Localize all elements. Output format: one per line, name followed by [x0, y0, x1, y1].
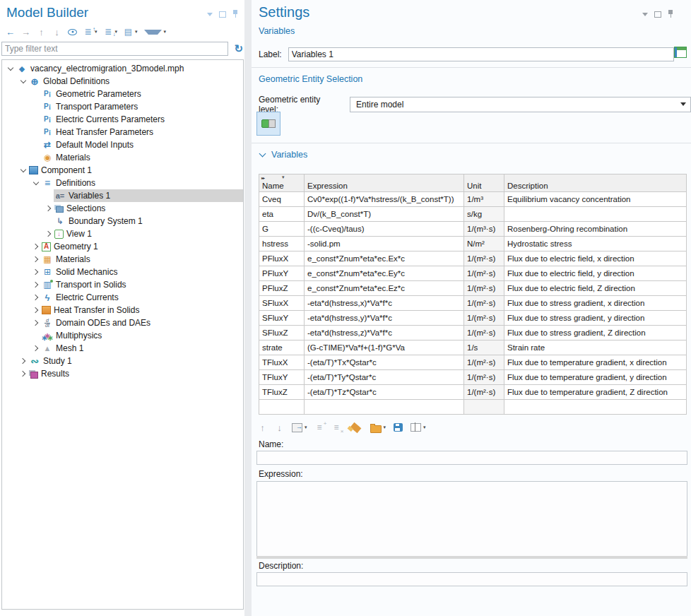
cell-expression[interactable]: -solid.pm [305, 237, 464, 251]
show-icon[interactable] [68, 29, 77, 35]
cell-description[interactable]: Flux due to temperature gradient, Z dire… [504, 385, 687, 400]
cell-expression[interactable]: -(eta/T)*Tx*Qstar*c [305, 355, 464, 370]
cell-unit[interactable]: 1/(m²·s) [464, 296, 504, 311]
expand-chevron-icon[interactable] [32, 293, 41, 302]
cell-description[interactable]: Flux due to temperature gradient, y dire… [504, 370, 687, 385]
tree-item-domain-odes-and-daes[interactable]: Domain ODEs and DAEs [2, 316, 243, 329]
tree-item-component-1[interactable]: Component 1 [2, 164, 243, 177]
cell-unit[interactable]: 1/(m²·s) [464, 281, 504, 296]
refresh-icon[interactable]: ↻ [234, 42, 243, 55]
tree-item-selections[interactable]: Selections [2, 202, 243, 215]
collapse-chevron-icon[interactable] [19, 77, 28, 86]
filter-tree-icon[interactable] [144, 30, 162, 35]
tree-item-boundary-system-1[interactable]: ↳Boundary System 1 [2, 215, 243, 227]
cell-unit[interactable]: 1/(m²·s) [464, 251, 504, 266]
cell-unit[interactable]: 1/(m²·s) [464, 355, 504, 370]
cell-description[interactable]: Flux due to stress gradient, x direction [504, 296, 687, 311]
collapse-all-icon[interactable]: ≣ [104, 27, 113, 37]
row-down-icon[interactable]: ↓ [275, 422, 284, 432]
edit-columns-icon[interactable] [411, 423, 421, 432]
cell-name[interactable]: PFluxX [259, 251, 305, 266]
cell-name[interactable]: G [259, 222, 305, 237]
tree-item-mesh-1[interactable]: ▲Mesh 1 [2, 342, 243, 355]
cell-description[interactable] [504, 207, 687, 222]
cell-expression[interactable]: Dv/(k_B_const*T) [305, 207, 464, 222]
tree-item-solid-mechanics[interactable]: ⊞Solid Mechanics [2, 266, 243, 278]
tree-item-transport-parameters[interactable]: P¡Transport Parameters [2, 100, 243, 113]
column-header-description[interactable]: Description [504, 174, 687, 192]
dropdown-arrow-icon[interactable]: ▾ [305, 425, 307, 430]
delete-row-icon[interactable]: ≡ [332, 422, 341, 432]
tree-item-materials-global[interactable]: ◉Materials [2, 151, 243, 164]
cell-unit[interactable]: 1/(m²·s) [464, 385, 504, 400]
dropdown-arrow-icon[interactable]: ▾ [164, 29, 167, 35]
cell-unit[interactable]: 1/s [464, 340, 504, 355]
expand-chevron-icon[interactable] [32, 344, 41, 353]
tree-item-default-model-inputs[interactable]: ⇄Default Model Inputs [2, 138, 243, 151]
expand-chevron-icon[interactable] [19, 369, 28, 379]
cell-expression[interactable]: -(eta/T)*Tz*Qstar*c [305, 385, 464, 400]
cell-expression[interactable]: e_const*Znum*eta*ec.Ey*c [305, 266, 464, 281]
tree-item-electric-currents[interactable]: ϟElectric Currents [2, 291, 243, 304]
expand-all-icon[interactable]: ≣ [83, 27, 93, 37]
cell-name[interactable]: SFluxX [259, 296, 305, 311]
cell-unit[interactable]: 1/(m²·s) [464, 266, 504, 281]
cell-description[interactable]: Flux due to stress gradient, Z direction [504, 326, 687, 340]
cell-name[interactable]: hstress [259, 237, 305, 251]
expand-chevron-icon[interactable] [19, 357, 28, 366]
cell-unit[interactable]: 1/(m²·s) [464, 370, 504, 385]
load-file-icon[interactable] [370, 425, 382, 433]
add-row-icon[interactable]: ≡ [315, 422, 324, 432]
cell-expression[interactable]: -(eta/T)*Ty*Qstar*c [305, 370, 464, 385]
tree-item-electric-currents-parameters[interactable]: P¡Electric Currents Parameters [2, 113, 243, 126]
cell-unit[interactable]: 1/(m²·s) [464, 311, 504, 326]
cell-expression[interactable]: -eta*d(hstress,x)*Va*f*c [305, 296, 464, 311]
expand-chevron-icon[interactable] [32, 242, 41, 251]
cell-expression[interactable]: -eta*d(hstress,z)*Va*f*c [305, 326, 464, 340]
cell-unit[interactable] [464, 400, 504, 415]
name-input[interactable] [256, 451, 687, 465]
panel-menu-icon[interactable] [642, 13, 648, 16]
forward-icon[interactable]: → [21, 27, 30, 37]
back-icon[interactable]: ← [6, 27, 15, 37]
cell-expression[interactable]: (G-cTIME)*Va*f+(1-f)*G*Va [305, 340, 464, 355]
cell-description[interactable]: Flux due to stress gradient, y direction [504, 311, 687, 326]
move-up-icon[interactable]: ↑ [37, 27, 46, 37]
tree-item-materials[interactable]: ▦Materials [2, 253, 243, 266]
tree-item-global-definitions[interactable]: ⊕Global Definitions [2, 75, 243, 88]
float-panel-icon[interactable] [219, 11, 226, 18]
tree-item-multiphysics[interactable]: ∗Multiphysics [2, 329, 243, 342]
cell-name[interactable]: PFluxZ [259, 281, 305, 296]
cell-description[interactable]: Rosenberg-Ohring recombination [504, 222, 687, 237]
tree-item-heat-transfer-in-solids[interactable]: Heat Transfer in Solids [2, 304, 243, 316]
cell-name[interactable]: PFluxY [259, 266, 305, 281]
tree-item-view-1[interactable]: ↓View 1 [2, 227, 243, 240]
dropdown-arrow-icon[interactable]: ▾ [423, 425, 426, 430]
cell-description[interactable] [504, 400, 687, 415]
geometric-entity-level-select[interactable]: Entire model [350, 97, 691, 112]
move-to-table-icon[interactable] [292, 423, 302, 432]
expand-chevron-icon[interactable] [32, 255, 41, 264]
cell-name[interactable]: SFluxZ [259, 326, 305, 340]
expand-chevron-icon[interactable] [32, 268, 41, 277]
pin-panel-icon[interactable] [232, 10, 239, 18]
expand-chevron-icon[interactable] [32, 306, 41, 315]
cell-expression[interactable]: -eta*d(hstress,y)*Va*f*c [305, 311, 464, 326]
cell-name[interactable]: TFluxY [259, 370, 305, 385]
cell-description[interactable]: Flux due to electric field, Z direction [504, 281, 687, 296]
cell-expression[interactable] [305, 400, 464, 415]
cell-unit[interactable]: N/m² [464, 237, 504, 251]
cell-name[interactable] [259, 400, 305, 415]
panel-menu-icon[interactable] [207, 13, 213, 16]
active-selection-toggle-button[interactable] [256, 112, 280, 136]
cell-name[interactable]: strate [259, 340, 305, 355]
description-input[interactable] [256, 572, 687, 586]
collapse-chevron-icon[interactable] [32, 179, 41, 188]
column-header-expression[interactable]: Expression [305, 174, 464, 192]
collapse-chevron-icon[interactable] [6, 64, 16, 73]
sort-dropdown-icon[interactable]: ▾ [282, 174, 285, 180]
tree-item-geometric-parameters[interactable]: P¡Geometric Parameters [2, 88, 243, 100]
cell-unit[interactable]: 1/(m²·s) [464, 326, 504, 340]
tree-item-mph-file[interactable]: ◆vacancy_electromigration_3Dmodel.mph [2, 62, 243, 75]
cell-expression[interactable]: e_const*Znum*eta*ec.Ez*c [305, 281, 464, 296]
